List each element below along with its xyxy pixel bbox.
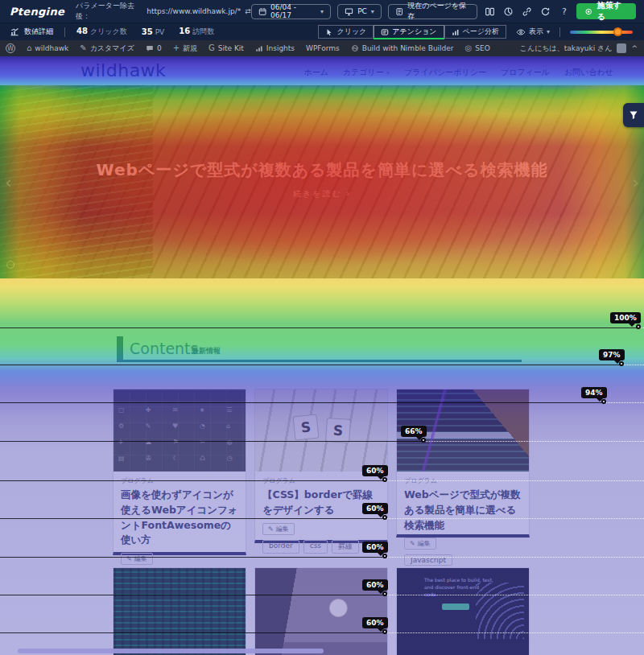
avatar	[617, 43, 626, 53]
date-range-value: 06/04 - 06/17	[270, 3, 316, 19]
divider	[64, 27, 65, 37]
wp-nimble-builder[interactable]: Build with Nimble Builder	[345, 40, 460, 56]
wp-site-kit[interactable]: GSite Kit	[203, 40, 250, 56]
tag[interactable]: 罫線	[332, 540, 359, 554]
save-page-icon	[395, 7, 403, 16]
wp-insights[interactable]: Insights	[250, 40, 300, 56]
home-icon: ⌂	[27, 44, 31, 52]
compare-icon[interactable]	[484, 5, 496, 18]
save-page-label: 現在のページを保存	[407, 1, 469, 22]
wp-new[interactable]: +新規	[167, 40, 203, 56]
cursor-click-icon	[325, 28, 333, 36]
display-menu[interactable]: 表示 ▾	[516, 27, 550, 37]
scroll-percent-badge: 60%	[362, 579, 388, 591]
chevron-down-icon: ▾	[371, 8, 374, 15]
wp-greeting[interactable]: こんにちは、takayuki さん	[520, 43, 613, 54]
help-icon[interactable]: ?	[558, 5, 570, 18]
chevron-right-icon: ›	[346, 189, 351, 198]
key-s-tile: S	[325, 418, 351, 443]
scroll-percent-badge: 60%	[362, 542, 388, 553]
url-value: https://www.wildhawk.jp/*	[147, 7, 241, 15]
plus-icon: +	[173, 44, 180, 52]
save-page-button[interactable]: 現在のページを保存	[388, 4, 477, 19]
funnel-filter-icon	[629, 110, 638, 120]
horizontal-scrollbar[interactable]	[18, 649, 324, 653]
hero-title[interactable]: Webページで型式が複数ある製品を簡単に選べる検索機能	[0, 159, 644, 181]
target-icon	[584, 7, 592, 16]
wp-customize[interactable]: ✎カスタマイズ	[74, 40, 140, 56]
article-title-link[interactable]: Webページで型式が複数ある製品を簡単に選べる検索機能	[404, 488, 522, 533]
scroll-marker-dot[interactable]	[636, 324, 641, 329]
segments-icon[interactable]	[502, 5, 514, 18]
scroll-percent-badge: 97%	[599, 349, 625, 360]
target-website-page: wildhawk ホーム カテゴリー ▾ プライバシーポリシー プロフィール お…	[0, 56, 644, 655]
ptengine-toolbar: Ptengine パラメーター除去後： https://www.wildhawk…	[0, 0, 644, 23]
tab-page-analysis[interactable]: ページ分析	[444, 25, 506, 39]
section-accent-bar	[117, 336, 123, 360]
tag[interactable]: border	[262, 540, 299, 554]
carousel-pause-button[interactable]	[6, 261, 14, 269]
edit-button[interactable]: ✎編集	[404, 538, 436, 550]
section-title: Contents	[130, 340, 198, 357]
share-link-icon[interactable]	[521, 5, 533, 18]
collapse-up-icon[interactable]: ^	[631, 44, 638, 52]
device-selector[interactable]: PC ▾	[337, 4, 382, 19]
wp-admin-bar: W ⌂wildhawk ✎カスタマイズ 0 +新規 GSite Kit Insi…	[0, 40, 644, 56]
chevron-down-icon: ▾	[386, 69, 390, 76]
article-thumbnail-codepen[interactable]: The best place to build, test, and disco…	[397, 568, 529, 655]
scroll-percent-badge: 60%	[362, 617, 388, 628]
metric-visits: 16訪問数	[179, 27, 214, 37]
nav-contact[interactable]: お問い合わせ	[564, 67, 613, 78]
wp-seo[interactable]: ◎SEO	[460, 40, 496, 56]
calendar-icon	[258, 7, 266, 16]
ptengine-logo: Ptengine	[10, 6, 64, 18]
site-nav: ホーム カテゴリー ▾ プライバシーポリシー プロフィール お問い合わせ	[303, 67, 613, 78]
nav-profile[interactable]: プロフィール	[501, 67, 550, 78]
icon-grid-texture: ▢ ✚ ✉ ★ ☰ ⚙ ✎ ♥ ◔ ⌂ ✈ ☁ ⚑ ✂ ◍ ▤ ✇ ☾ ♺ ◷ …	[118, 402, 246, 472]
tag[interactable]: css	[303, 540, 328, 554]
site-logo[interactable]: wildhawk	[80, 60, 166, 80]
tab-click[interactable]: クリック	[318, 25, 374, 39]
bar-chart-icon	[452, 28, 460, 36]
eye-icon	[516, 27, 526, 37]
nav-privacy-policy[interactable]: プライバシーポリシー	[404, 67, 486, 78]
page-url: パラメーター除去後： https://www.wildhawk.jp/* ⇄	[76, 1, 251, 22]
pencil-icon: ✎	[410, 540, 415, 547]
monitor-icon	[345, 7, 353, 16]
run-action-label: 施策する	[597, 0, 628, 23]
section-subtitle: 最新情報	[192, 346, 221, 356]
wp-comments[interactable]: 0	[140, 40, 167, 56]
details-label[interactable]: 数値詳細	[24, 27, 53, 37]
metrics-chart-icon	[10, 27, 19, 37]
scroll-percent-badge: 66%	[401, 426, 427, 437]
scroll-percent-badge: 100%	[610, 312, 641, 323]
stats-toolbar: 数値詳細 48クリック数 35PV 16訪問数 クリック アテンション ページ分…	[0, 23, 644, 40]
slider-knob[interactable]	[613, 27, 622, 36]
wp-site-menu[interactable]: ⌂wildhawk	[21, 40, 74, 56]
swap-url-icon[interactable]: ⇄	[245, 7, 251, 15]
carousel-prev-arrow[interactable]: ‹	[5, 172, 12, 192]
edit-button[interactable]: ✎編集	[121, 553, 153, 565]
wp-wpforms[interactable]: WPForms	[300, 40, 345, 56]
date-range-picker[interactable]: 06/04 - 06/17 ▾	[251, 4, 331, 19]
carousel-next-arrow[interactable]: ›	[632, 172, 639, 192]
run-action-button[interactable]: 施策する	[576, 3, 636, 19]
filter-button[interactable]	[623, 103, 644, 127]
wp-logo-menu[interactable]: W	[0, 40, 21, 56]
refresh-icon[interactable]	[539, 5, 551, 18]
codepen-arcs-texture	[476, 583, 524, 639]
hero-read-more-link[interactable]: 続きを読む ›	[0, 188, 644, 200]
article-thumbnail-code-matrix[interactable]	[114, 568, 246, 655]
heat-intensity-slider[interactable]	[570, 31, 633, 34]
scroll-percent-badge: 60%	[362, 503, 388, 514]
metric-clicks: 48クリック数	[76, 27, 127, 37]
scroll-percent-badge: 94%	[581, 387, 607, 398]
pencil-icon: ✎	[80, 44, 86, 52]
nav-home[interactable]: ホーム	[303, 67, 328, 78]
wordpress-icon: W	[6, 43, 15, 53]
edit-button[interactable]: ✎編集	[262, 523, 295, 535]
tab-attention[interactable]: アテンション	[374, 25, 444, 39]
device-value: PC	[357, 7, 367, 15]
nav-category[interactable]: カテゴリー ▾	[343, 67, 390, 78]
codepen-button-shape	[442, 604, 469, 610]
